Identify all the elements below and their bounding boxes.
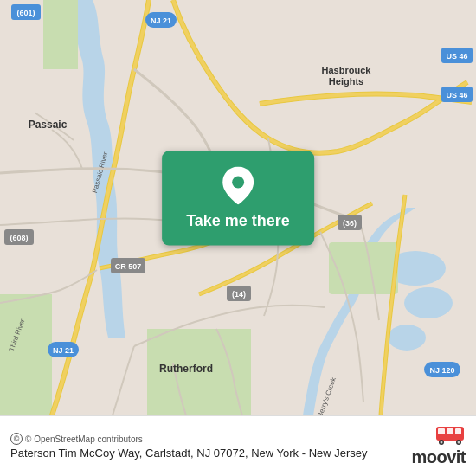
svg-text:Passaic: Passaic <box>29 119 68 131</box>
osm-credit: © © OpenStreetMap contributors <box>10 433 411 445</box>
svg-rect-5 <box>0 294 52 415</box>
svg-text:NJ 21: NJ 21 <box>53 346 74 355</box>
address-line1: Paterson Tim McCoy Way, Carlstadt, NJ 07… <box>10 447 273 460</box>
svg-text:Heights: Heights <box>329 76 363 87</box>
location-pin-icon <box>222 167 254 205</box>
moovit-bus-icon <box>434 425 466 446</box>
svg-text:NJ 21: NJ 21 <box>151 16 171 25</box>
svg-text:US 46: US 46 <box>446 52 467 61</box>
svg-text:(14): (14) <box>232 290 246 299</box>
take-me-there-button[interactable]: Take me there <box>162 151 314 246</box>
svg-text:Hasbrouck: Hasbrouck <box>322 65 372 75</box>
take-me-there-label: Take me there <box>186 212 290 230</box>
svg-text:(608): (608) <box>10 234 28 242</box>
svg-rect-7 <box>43 0 78 69</box>
map-container: (601) NJ 21 NJ 21 US 46 US 46 (608) CR 5… <box>0 0 476 415</box>
footer-left: © © OpenStreetMap contributors Paterson … <box>10 433 411 460</box>
osm-credit-text: © OpenStreetMap contributors <box>25 434 143 444</box>
svg-rect-37 <box>438 428 445 434</box>
footer: © © OpenStreetMap contributors Paterson … <box>0 415 476 476</box>
svg-point-3 <box>388 325 426 351</box>
moovit-logo: moovit <box>411 425 466 467</box>
svg-point-42 <box>441 441 443 444</box>
svg-point-43 <box>458 441 460 444</box>
svg-text:(36): (36) <box>343 219 357 228</box>
moovit-brand-text: moovit <box>411 447 466 467</box>
svg-text:(601): (601) <box>16 9 35 17</box>
svg-rect-38 <box>447 428 453 434</box>
address-line2: York - New Jersey <box>277 447 368 460</box>
osm-circle-icon: © <box>10 433 23 445</box>
address-text: Paterson Tim McCoy Way, Carlstadt, NJ 07… <box>10 447 411 460</box>
svg-rect-39 <box>455 428 461 434</box>
svg-text:Rutherford: Rutherford <box>159 363 213 375</box>
svg-point-2 <box>404 287 453 318</box>
svg-point-35 <box>232 177 244 189</box>
svg-text:NJ 120: NJ 120 <box>429 366 454 375</box>
svg-rect-4 <box>329 242 398 294</box>
svg-text:CR 507: CR 507 <box>115 262 142 271</box>
svg-text:US 46: US 46 <box>446 91 467 100</box>
